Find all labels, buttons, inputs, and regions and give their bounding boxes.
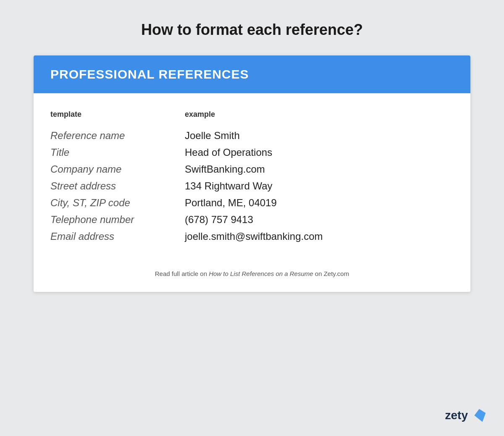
- template-column-header: template: [50, 110, 185, 119]
- table-row: Email addressjoelle.smith@swiftbanking.c…: [50, 228, 454, 245]
- template-field-6: Email address: [50, 231, 185, 242]
- reference-rows: Reference nameJoelle SmithTitleHead of O…: [50, 127, 454, 245]
- zety-logo: zety: [445, 407, 487, 423]
- table-row: City, ST, ZIP codePortland, ME, 04019: [50, 194, 454, 211]
- example-value-2: SwiftBanking.com: [185, 163, 265, 175]
- table-row: TitleHead of Operations: [50, 144, 454, 161]
- example-value-1: Head of Operations: [185, 147, 272, 158]
- card-body: template example Reference nameJoelle Sm…: [34, 93, 470, 257]
- columns-header: template example: [50, 110, 454, 119]
- example-value-5: (678) 757 9413: [185, 214, 253, 226]
- footer-text-after: on Zety.com: [313, 270, 349, 277]
- table-row: Reference nameJoelle Smith: [50, 127, 454, 144]
- page-title: How to format each reference?: [141, 21, 363, 39]
- card-header-title: PROFESSIONAL REFERENCES: [50, 67, 249, 81]
- example-value-3: 134 Rightward Way: [185, 180, 273, 192]
- table-row: Company nameSwiftBanking.com: [50, 161, 454, 178]
- example-value-4: Portland, ME, 04019: [185, 197, 277, 209]
- template-field-2: Company name: [50, 163, 185, 175]
- reference-card: PROFESSIONAL REFERENCES template example…: [34, 55, 470, 292]
- example-value-6: joelle.smith@swiftbanking.com: [185, 231, 323, 242]
- zety-logo-icon: [471, 407, 487, 423]
- card-header: PROFESSIONAL REFERENCES: [34, 55, 470, 93]
- template-field-1: Title: [50, 147, 185, 158]
- table-row: Street address134 Rightward Way: [50, 178, 454, 194]
- footer-link[interactable]: How to List References on a Resume: [209, 270, 313, 277]
- svg-marker-1: [475, 409, 486, 422]
- template-field-4: City, ST, ZIP code: [50, 197, 185, 209]
- example-column-header: example: [185, 110, 215, 119]
- footer-text-before: Read full article on: [155, 270, 209, 277]
- card-footer: Read full article on How to List Referen…: [34, 257, 470, 292]
- table-row: Telephone number(678) 757 9413: [50, 211, 454, 228]
- example-value-0: Joelle Smith: [185, 130, 240, 142]
- template-field-3: Street address: [50, 180, 185, 192]
- template-field-5: Telephone number: [50, 214, 185, 226]
- zety-logo-text: zety: [445, 409, 468, 422]
- template-field-0: Reference name: [50, 130, 185, 142]
